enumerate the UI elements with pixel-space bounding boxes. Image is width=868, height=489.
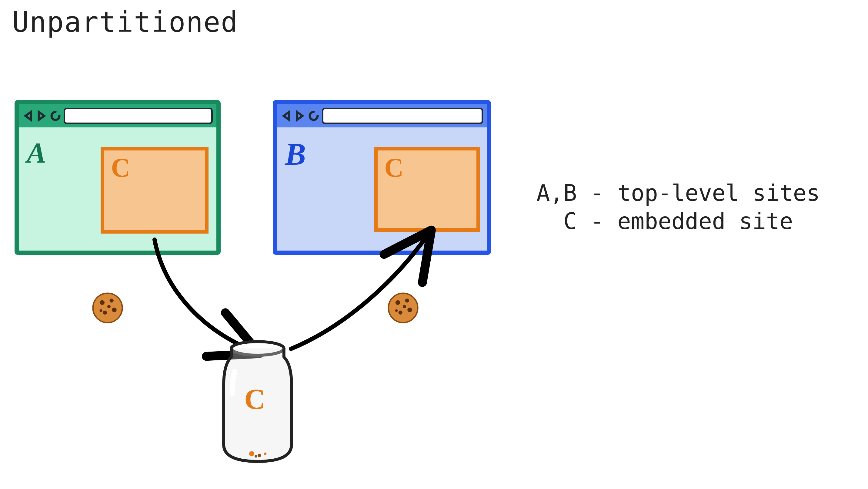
embedded-site-c: C [374, 147, 480, 232]
browser-toolbar [19, 104, 216, 127]
svg-point-20 [255, 455, 257, 457]
browser-window-a: A C [14, 100, 221, 255]
legend-line-2: C - embedded site [536, 208, 793, 234]
diagram-title: Unpartitioned [12, 6, 238, 38]
svg-point-15 [395, 309, 398, 312]
svg-point-19 [264, 453, 267, 455]
reload-icon [49, 110, 62, 122]
triangle-right-icon [294, 110, 306, 122]
site-b-label: B [285, 136, 306, 172]
diagram-legend: A,B - top-level sites C - embedded site [536, 179, 820, 235]
url-bar [322, 108, 483, 124]
cookie-icon [91, 291, 124, 324]
svg-point-14 [403, 305, 406, 308]
browser-window-b: B C [273, 100, 491, 255]
svg-point-5 [112, 308, 116, 312]
svg-point-6 [103, 311, 107, 315]
svg-point-9 [389, 293, 418, 323]
site-a-label: A [27, 136, 46, 170]
svg-point-17 [249, 451, 254, 456]
svg-point-2 [93, 293, 122, 323]
svg-point-3 [100, 300, 104, 305]
cookie-icon [386, 291, 420, 324]
diagram-unpartitioned: Unpartitioned A,B - top-level sites C - … [0, 0, 868, 489]
triangle-right-icon [36, 110, 47, 122]
jar-label: C [244, 382, 265, 416]
arrow-a-to-jar [155, 240, 249, 349]
embedded-site-label: C [104, 150, 205, 185]
browser-toolbar [277, 104, 487, 127]
svg-point-12 [407, 308, 412, 312]
svg-point-18 [258, 454, 261, 457]
triangle-left-icon [23, 110, 34, 122]
triangle-left-icon [281, 110, 292, 122]
svg-point-11 [405, 298, 409, 303]
svg-point-1 [310, 112, 318, 120]
svg-point-13 [399, 311, 402, 315]
reload-icon [307, 110, 320, 122]
svg-point-10 [396, 300, 400, 305]
svg-point-0 [52, 112, 59, 120]
svg-point-7 [107, 305, 111, 308]
legend-line-1: A,B - top-level sites [536, 180, 820, 206]
svg-point-8 [100, 309, 102, 312]
embedded-site-c: C [101, 147, 209, 234]
svg-point-4 [110, 298, 114, 303]
url-bar [64, 108, 213, 124]
embedded-site-label: C [378, 150, 476, 185]
